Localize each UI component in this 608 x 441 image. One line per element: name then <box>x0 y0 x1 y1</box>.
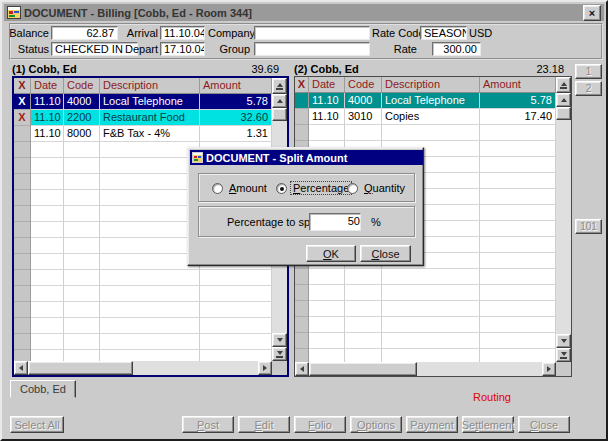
scrollbar-thumb[interactable] <box>309 362 417 376</box>
ok-button[interactable]: OK <box>306 245 356 262</box>
empty-cell <box>31 334 64 350</box>
column-header-date[interactable]: Date <box>31 78 64 94</box>
empty-cell <box>100 190 200 206</box>
scrollbar-thumb[interactable] <box>556 107 571 120</box>
column-header-code[interactable]: Code <box>64 78 100 94</box>
empty-cell <box>309 349 345 362</box>
scrollbar-track[interactable] <box>556 120 571 334</box>
radio-percentage[interactable]: Percentage <box>276 182 351 194</box>
window-2-button[interactable]: 2 <box>575 81 602 96</box>
scroll-up-button[interactable] <box>272 94 287 108</box>
empty-cell <box>100 254 200 270</box>
folio-2-vertical-scrollbar[interactable] <box>556 77 571 362</box>
scroll-last-button[interactable] <box>272 347 287 361</box>
empty-cell <box>64 142 100 158</box>
column-header-x[interactable]: X <box>14 78 31 94</box>
column-header-amount[interactable]: Amount <box>480 77 556 93</box>
scroll-left-button[interactable] <box>295 362 309 376</box>
column-header-date[interactable]: Date <box>309 77 345 93</box>
scrollbar-thumb[interactable] <box>272 108 287 121</box>
empty-cell <box>100 270 200 286</box>
column-header-row: XDateCodeDescriptionAmount <box>295 77 556 93</box>
scrollbar-track[interactable] <box>417 362 542 376</box>
radio-circle[interactable] <box>347 183 358 194</box>
footer-button-options[interactable]: Options <box>350 416 402 433</box>
empty-cell <box>295 349 309 362</box>
percentage-input[interactable]: 50 <box>309 213 361 231</box>
scroll-right-button[interactable] <box>258 361 272 375</box>
column-header-code[interactable]: Code <box>345 77 382 93</box>
scroll-right-button[interactable] <box>542 362 556 376</box>
empty-cell <box>345 301 382 317</box>
empty-cell <box>309 285 345 301</box>
folio-2-title: (2) Cobb, Ed <box>294 63 359 75</box>
empty-cell <box>64 270 100 286</box>
depart-label: Depart <box>120 43 158 56</box>
folio-2-horizontal-scrollbar[interactable] <box>295 362 571 376</box>
empty-cell <box>382 269 480 285</box>
empty-cell <box>382 285 480 301</box>
window-1-button[interactable]: 1 <box>575 64 602 79</box>
radio-quantity[interactable]: Quantity <box>347 182 407 194</box>
empty-cell <box>100 334 200 350</box>
radio-circle[interactable] <box>212 183 223 194</box>
empty-cell <box>31 238 64 254</box>
empty-cell <box>200 270 272 286</box>
radio-circle[interactable] <box>276 183 287 194</box>
radio-amount[interactable]: Amount <box>212 182 269 194</box>
table-row[interactable]: 11.104000Local Telephone5.78 <box>295 93 556 109</box>
folio-1-horizontal-scrollbar[interactable] <box>14 361 287 375</box>
date-cell: 11.10 <box>31 126 64 142</box>
scroll-first-button[interactable] <box>272 78 287 94</box>
folio-1-total: 39.69 <box>77 63 289 75</box>
footer-button-post[interactable]: Post <box>182 416 234 433</box>
close-icon[interactable]: × <box>583 5 601 21</box>
column-header-x[interactable]: X <box>295 77 309 93</box>
empty-cell <box>200 318 272 334</box>
scroll-up-button[interactable] <box>556 93 571 107</box>
folio-2-header: (2) Cobb, Ed 23.18 <box>294 62 572 76</box>
empty-cell <box>31 174 64 190</box>
empty-cell <box>14 286 31 302</box>
empty-cell <box>480 333 556 349</box>
empty-cell <box>31 190 64 206</box>
scrollbar-track[interactable] <box>133 361 258 375</box>
company-field[interactable] <box>254 26 370 40</box>
empty-cell <box>309 125 345 141</box>
scroll-down-button[interactable] <box>272 333 287 347</box>
rate-code-label: Rate Code <box>372 27 417 40</box>
folio-tab-cobb-ed[interactable]: Cobb, Ed <box>10 380 76 398</box>
column-header-description[interactable]: Description <box>382 77 480 93</box>
scrollbar-thumb[interactable] <box>28 361 133 375</box>
footer-button-close[interactable]: Close <box>518 416 570 433</box>
scroll-down-button[interactable] <box>556 334 571 348</box>
empty-row <box>295 317 556 333</box>
mark-cell <box>295 93 309 109</box>
scroll-last-button[interactable] <box>556 348 571 362</box>
empty-cell <box>480 125 556 141</box>
table-row[interactable]: 11.108000F&B Tax - 4%1.31 <box>14 126 272 142</box>
group-field[interactable] <box>254 42 370 56</box>
empty-cell <box>100 174 200 190</box>
select-all-button[interactable]: Select All <box>10 416 64 433</box>
empty-cell <box>382 349 480 362</box>
table-row[interactable]: X11.104000Local Telephone5.78 <box>14 94 272 110</box>
scroll-left-button[interactable] <box>14 361 28 375</box>
footer-button-folio[interactable]: Folio <box>294 416 346 433</box>
empty-cell <box>309 333 345 349</box>
table-row[interactable]: 11.103010Copies17.40 <box>295 109 556 125</box>
dialog-close-button[interactable]: Close <box>360 245 411 262</box>
footer-button-payment[interactable]: Payment <box>406 416 458 433</box>
window-101-button[interactable]: 101 <box>575 219 602 234</box>
window-title: DOCUMENT - Billing [Cobb, Ed - Room 344] <box>24 7 580 19</box>
scroll-first-button[interactable] <box>556 77 571 93</box>
amount-cell: 5.78 <box>200 94 272 110</box>
folio-1-header: (1) Cobb, Ed 39.69 <box>12 62 289 76</box>
footer-button-edit[interactable]: Edit <box>238 416 290 433</box>
balance-label: Balance <box>6 27 49 40</box>
column-header-description[interactable]: Description <box>100 78 200 94</box>
rate-code-field: SEASON3 <box>420 26 467 40</box>
table-row[interactable]: X11.102200Restaurant Food32.60 <box>14 110 272 126</box>
footer-button-settlement[interactable]: Settlement <box>462 416 514 433</box>
column-header-amount[interactable]: Amount <box>200 78 272 94</box>
